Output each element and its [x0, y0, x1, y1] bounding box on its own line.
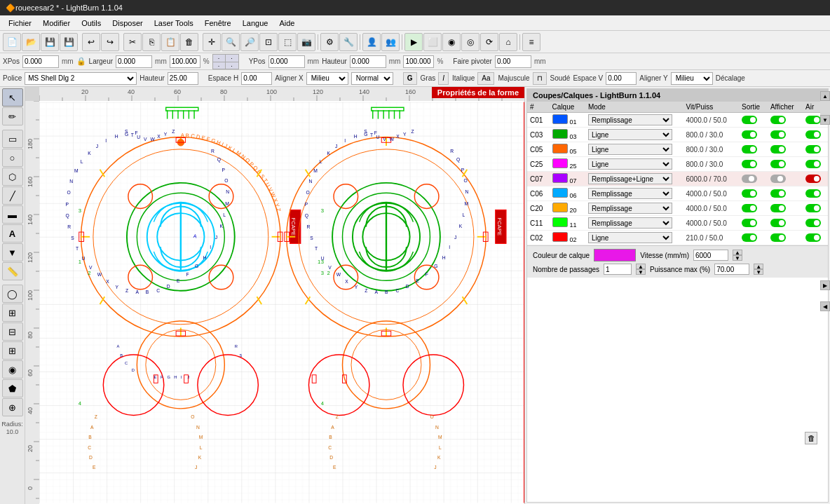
puissance-down-button[interactable]: ▼	[754, 269, 763, 275]
layer-sortie[interactable]	[739, 157, 768, 172]
layer-color[interactable]: 20	[550, 201, 585, 216]
layer-afficher[interactable]	[768, 201, 803, 216]
layer-row[interactable]: C20 20 Remplissage 4000.0 / 50.0	[527, 201, 828, 216]
menu-item-fenêtre[interactable]: Fenêtre	[199, 18, 237, 29]
layer-row[interactable]: C07 07 Remplissage+Ligne 6000.0 / 70.0	[527, 172, 828, 186]
polygon-tool[interactable]: ⬡	[2, 168, 23, 186]
save-button[interactable]: 💾	[41, 33, 59, 51]
layer-mode[interactable]: Remplissage	[585, 186, 676, 201]
layer-row[interactable]: C02 02 Ligne 210.0 / 50.0	[527, 231, 828, 245]
open-button[interactable]: 📂	[22, 33, 40, 51]
aligner-x-select[interactable]: Milieu	[306, 72, 348, 85]
layer-afficher[interactable]	[768, 142, 803, 157]
layer-air[interactable]	[803, 172, 828, 186]
layer-color[interactable]: 03	[550, 128, 585, 142]
frame-button[interactable]: ⬜	[423, 33, 442, 51]
select-rect-button[interactable]: ⬚	[278, 33, 297, 51]
repeat-button[interactable]: ⟳	[480, 33, 498, 51]
puissance-input[interactable]	[714, 264, 749, 275]
layer-sortie[interactable]	[739, 216, 768, 231]
copy-button[interactable]: ⎘	[142, 33, 161, 51]
layer-air[interactable]	[803, 201, 828, 216]
menu-item-laser tools[interactable]: Laser Tools	[149, 18, 199, 29]
xpos-input[interactable]	[22, 55, 59, 68]
layer-color[interactable]: 07	[550, 172, 585, 186]
layer-row[interactable]: C06 06 Remplissage 4000.0 / 50.0	[527, 186, 828, 201]
menu-item-aide[interactable]: Aide	[273, 18, 300, 29]
layer-mode[interactable]: Remplissage	[585, 216, 676, 231]
espace-h-input[interactable]	[241, 72, 272, 85]
layer-row[interactable]: C25 25 Ligne 800.0 / 30.0	[527, 157, 828, 172]
group-tool[interactable]: ⊞	[2, 304, 23, 322]
layer-afficher[interactable]	[768, 216, 803, 231]
espace-v-input[interactable]	[606, 72, 637, 85]
layer-afficher[interactable]	[768, 113, 803, 128]
polygon2-tool[interactable]: ⬟	[2, 379, 23, 397]
delete-layer-button[interactable]: 🗑	[805, 432, 817, 444]
layer-color[interactable]: 02	[550, 231, 585, 245]
layer-afficher[interactable]	[768, 186, 803, 201]
hauteur-pct-input[interactable]	[403, 55, 434, 68]
layer-color[interactable]: 11	[550, 216, 585, 231]
layer-sortie[interactable]	[739, 142, 768, 157]
layer-row[interactable]: C05 05 Ligne 800.0 / 30.0	[527, 142, 828, 157]
layer-air[interactable]	[803, 142, 828, 157]
layer-mode[interactable]: Remplissage	[585, 113, 676, 128]
normal-select[interactable]: Normal	[351, 72, 393, 85]
grid-cell-1[interactable]: ·	[213, 55, 226, 62]
gras-button[interactable]: G	[403, 72, 417, 85]
menu-item-modifier[interactable]: Modifier	[37, 18, 76, 29]
save-as-button[interactable]: 💾	[60, 33, 78, 51]
largeur-pct-input[interactable]	[170, 55, 200, 68]
layer-afficher[interactable]	[768, 157, 803, 172]
hauteur-text-input[interactable]	[168, 72, 198, 85]
largeur-input[interactable]	[116, 55, 152, 68]
redo-button[interactable]: ↪	[101, 33, 119, 51]
layer-mode[interactable]: Ligne	[585, 142, 676, 157]
text-tool[interactable]: A	[2, 224, 23, 243]
machine-button[interactable]: ⚙	[320, 33, 339, 51]
pin-tool[interactable]: ▼	[2, 243, 23, 261]
extra-tool[interactable]: ⊕	[2, 398, 23, 416]
play-button[interactable]: ▶	[404, 33, 423, 51]
layer-air[interactable]	[803, 186, 828, 201]
ellipse-tool[interactable]: ○	[2, 149, 23, 167]
layer-sortie[interactable]	[739, 113, 768, 128]
paste-button[interactable]: 📋	[161, 33, 179, 51]
layer-sortie[interactable]	[739, 201, 768, 216]
ypos-input[interactable]	[268, 55, 305, 68]
rectangle-tool[interactable]: ▭	[2, 130, 23, 148]
spiral-tool[interactable]: ◉	[2, 360, 23, 379]
layer-row[interactable]: C01 01 Remplissage 4000.0 / 50.0	[527, 113, 828, 128]
canvas-area[interactable]: Propriétés de la forme	[25, 87, 524, 504]
soude-button[interactable]: ⊓	[533, 72, 547, 85]
zoom-out-button[interactable]: 🔎	[240, 33, 259, 51]
scroll-down-button[interactable]: ▼	[820, 115, 830, 125]
layer-row[interactable]: C03 03 Ligne 800.0 / 30.0	[527, 128, 828, 142]
layer-row[interactable]: C11 11 Remplissage 4000.0 / 50.0	[527, 216, 828, 231]
passages-input[interactable]	[604, 264, 632, 275]
canvas[interactable]: A B C D E F G H I J K L M N O P Q R S T …	[39, 101, 524, 504]
scroll-right-button[interactable]: ▶	[820, 280, 830, 290]
grid-cell-4[interactable]: ·	[226, 62, 238, 69]
user2-button[interactable]: 👥	[381, 33, 400, 51]
passages-down-button[interactable]: ▼	[636, 269, 646, 275]
grid-cell-2[interactable]: ·	[226, 55, 238, 62]
undo-button[interactable]: ↩	[82, 33, 100, 51]
new-button[interactable]: 📄	[3, 33, 21, 51]
measure-tool[interactable]: 📏	[2, 262, 23, 280]
italique-button[interactable]: I	[438, 72, 449, 85]
layer-color[interactable]: 01	[550, 113, 585, 128]
layer-sortie[interactable]	[739, 172, 768, 186]
faire-pivoter-input[interactable]	[495, 55, 531, 68]
scroll-up-button[interactable]: ▲	[820, 91, 830, 101]
hauteur-input[interactable]	[350, 55, 386, 68]
line-tool[interactable]: ╱	[2, 186, 23, 205]
layer-mode[interactable]: Ligne	[585, 231, 676, 245]
layer-color[interactable]: 06	[550, 186, 585, 201]
menu-item-fichier[interactable]: Fichier	[3, 18, 37, 29]
majuscule-button[interactable]: Aa	[477, 72, 494, 85]
cut-button[interactable]: ✂	[123, 33, 142, 51]
grid-cell-3[interactable]: ·	[213, 62, 226, 69]
aligner-y-select[interactable]: Milieu	[671, 72, 713, 85]
